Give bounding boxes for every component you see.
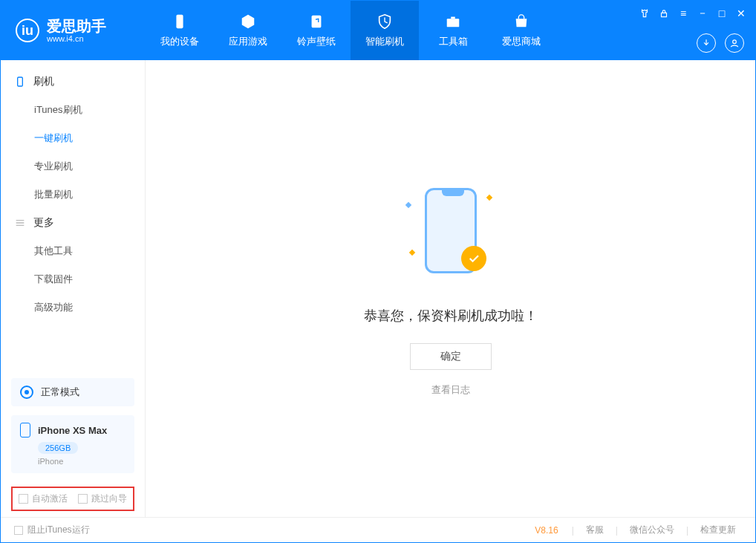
section-title: 刷机 (33, 75, 54, 88)
device-card[interactable]: iPhone XS Max 256GB iPhone (11, 415, 134, 473)
tab-label: 应用游戏 (229, 35, 267, 48)
sidebar-item-batch-flash[interactable]: 批量刷机 (1, 181, 145, 209)
menu-icon[interactable]: ≡ (677, 7, 690, 20)
header: iu 爱思助手 www.i4.cn 我的设备 应用游戏 铃声壁纸 智能刷机 工具… (1, 1, 755, 60)
header-actions (697, 33, 744, 53)
app-title: 爱思助手 (47, 18, 106, 34)
tab-label: 我的设备 (160, 35, 199, 48)
tab-smart-flash[interactable]: 智能刷机 (351, 1, 419, 60)
main-tabs: 我的设备 应用游戏 铃声壁纸 智能刷机 工具箱 爱思商城 (146, 1, 555, 60)
sidebar-item-advanced[interactable]: 高级功能 (1, 293, 145, 322)
view-log-link[interactable]: 查看日志 (431, 383, 470, 397)
tab-store[interactable]: 爱思商城 (487, 1, 555, 60)
checkbox-skip-guide[interactable]: 跳过向导 (78, 492, 127, 505)
phone-icon (14, 76, 26, 88)
mode-label: 正常模式 (41, 386, 79, 399)
version-label: V8.16 (535, 525, 558, 536)
mode-icon (20, 386, 33, 399)
success-illustration (399, 181, 503, 284)
sidebar-section-more: 更多 (1, 209, 145, 237)
list-icon (14, 217, 26, 229)
logo-area: iu 爱思助手 www.i4.cn (1, 18, 146, 43)
device-phone-icon (20, 423, 30, 438)
window-controls: ≡ － □ ✕ (638, 7, 748, 20)
lock-icon[interactable] (657, 7, 671, 20)
footer-link-service[interactable]: 客服 (580, 524, 610, 536)
logo-text: 爱思助手 www.i4.cn (47, 18, 106, 43)
user-button[interactable] (725, 33, 744, 53)
tab-apps-games[interactable]: 应用游戏 (214, 1, 282, 60)
main-content: 恭喜您，保资料刷机成功啦！ 确定 查看日志 (146, 60, 755, 517)
sidebar-item-pro-flash[interactable]: 专业刷机 (1, 152, 145, 181)
tab-label: 智能刷机 (365, 35, 404, 48)
success-message: 恭喜您，保资料刷机成功啦！ (364, 307, 538, 325)
mode-card[interactable]: 正常模式 (11, 378, 134, 406)
svg-rect-1 (312, 16, 322, 28)
store-icon (512, 13, 530, 30)
tab-label: 工具箱 (439, 35, 468, 48)
tab-my-device[interactable]: 我的设备 (146, 1, 214, 60)
download-button[interactable] (697, 33, 716, 53)
cube-icon (239, 13, 257, 30)
sidebar-item-download-firmware[interactable]: 下载固件 (1, 265, 145, 293)
check-icon (461, 246, 486, 271)
svg-rect-4 (662, 13, 667, 16)
footer-link-wechat[interactable]: 微信公众号 (624, 524, 680, 536)
svg-rect-6 (18, 77, 23, 86)
body: 刷机 iTunes刷机 一键刷机 专业刷机 批量刷机 更多 其他工具 下载固件 … (1, 60, 755, 517)
device-name: iPhone XS Max (38, 425, 107, 436)
sidebar-item-other-tools[interactable]: 其他工具 (1, 237, 145, 265)
checkbox-block-itunes[interactable] (14, 526, 23, 535)
maximize-button[interactable]: □ (715, 7, 729, 20)
tab-label: 铃声壁纸 (297, 35, 336, 48)
tab-label: 爱思商城 (502, 35, 541, 48)
device-storage-badge: 256GB (38, 442, 78, 454)
ok-button[interactable]: 确定 (410, 343, 492, 370)
music-icon (307, 13, 325, 30)
sidebar: 刷机 iTunes刷机 一键刷机 专业刷机 批量刷机 更多 其他工具 下载固件 … (1, 60, 146, 517)
svg-point-5 (733, 40, 737, 44)
block-itunes-label: 阻止iTunes运行 (27, 524, 90, 536)
svg-rect-2 (447, 19, 460, 27)
sidebar-section-flash: 刷机 (1, 68, 145, 96)
checkbox-auto-activate[interactable]: 自动激活 (19, 492, 68, 505)
minimize-button[interactable]: － (696, 7, 709, 20)
svg-rect-0 (176, 15, 183, 28)
device-icon (171, 13, 189, 30)
logo-icon: iu (16, 19, 39, 42)
app-subtitle: www.i4.cn (47, 34, 106, 43)
footer: 阻止iTunes运行 V8.16 | 客服 | 微信公众号 | 检查更新 (1, 517, 755, 542)
tab-ringtone-wallpaper[interactable]: 铃声壁纸 (282, 1, 351, 60)
section-title: 更多 (33, 216, 54, 230)
tab-toolbox[interactable]: 工具箱 (419, 1, 487, 60)
close-button[interactable]: ✕ (734, 7, 748, 20)
sidebar-item-oneclick-flash[interactable]: 一键刷机 (1, 124, 145, 152)
device-type: iPhone (38, 457, 126, 466)
sidebar-item-itunes-flash[interactable]: iTunes刷机 (1, 96, 145, 124)
svg-rect-3 (451, 17, 455, 19)
footer-link-update[interactable]: 检查更新 (694, 524, 742, 536)
shirt-icon[interactable] (638, 7, 651, 20)
options-row: 自动激活 跳过向导 (11, 487, 134, 511)
shield-icon (376, 13, 394, 30)
toolbox-icon (444, 13, 462, 30)
